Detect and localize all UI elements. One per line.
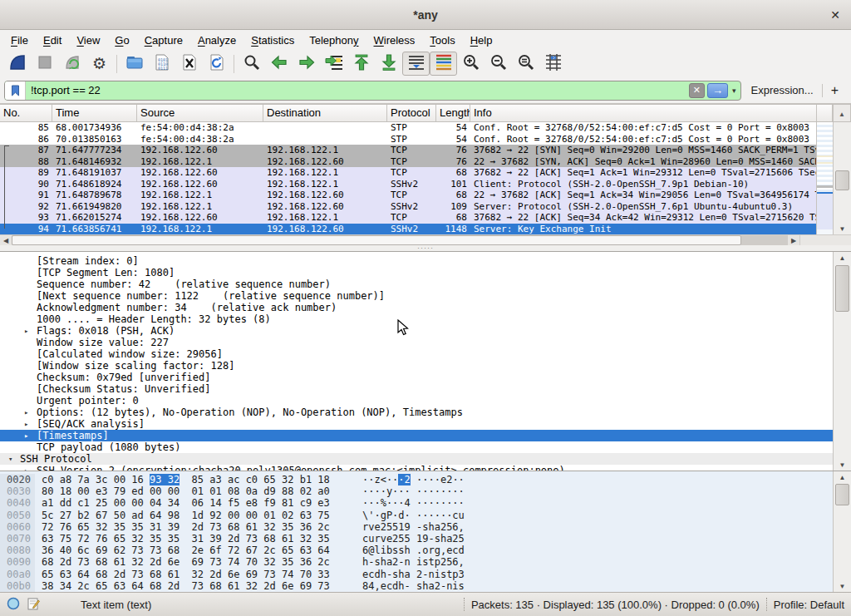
menu-file[interactable]: File	[3, 32, 36, 49]
packet-row-92[interactable]: 9271.661949820192.168.122.1192.168.122.6…	[0, 201, 816, 213]
packet-list-scrollbar[interactable]: ▼	[833, 122, 851, 234]
menu-edit[interactable]: Edit	[36, 32, 69, 49]
packet-row-91[interactable]: 9171.648789678192.168.122.1192.168.122.6…	[0, 190, 816, 201]
expander-icon[interactable]: ▸	[24, 325, 28, 337]
stop-capture-button[interactable]	[31, 52, 58, 76]
expert-info-button[interactable]	[7, 597, 20, 613]
detail-sequence-number[interactable]: Sequence number: 42 (relative sequence n…	[0, 278, 833, 290]
hex-row[interactable]: 008036 40 6c 69 62 73 73 68 2e 6f 72 67 …	[0, 545, 833, 556]
capture-comment-button[interactable]	[27, 597, 40, 613]
menu-view[interactable]: View	[69, 32, 107, 49]
close-window-button[interactable]: ✕	[830, 7, 840, 22]
scrollbar-down-arrow-icon[interactable]: ▼	[834, 580, 851, 592]
packet-row-90[interactable]: 9071.648618924192.168.122.60192.168.122.…	[0, 179, 816, 190]
resize-columns-button[interactable]	[539, 52, 567, 76]
packet-row-87[interactable]: 8771.647777234192.168.122.60192.168.122.…	[0, 145, 816, 156]
next-packet-button[interactable]	[293, 52, 320, 76]
scrollbar-thumb[interactable]	[835, 265, 849, 312]
detail-segment-len[interactable]: [TCP Segment Len: 1080]	[0, 267, 833, 278]
column-header-time[interactable]: Time	[52, 105, 137, 121]
menu-help[interactable]: Help	[463, 32, 500, 49]
column-header-info[interactable]: Info	[470, 105, 816, 121]
detail-checksum[interactable]: Checksum: 0x79ed [unverified]	[0, 372, 833, 383]
start-capture-button[interactable]	[3, 52, 31, 76]
packet-list-hscrollbar[interactable]: ◀ ▶	[0, 234, 851, 245]
hex-row[interactable]: 003080 18 00 e3 79 ed 00 00 01 01 08 0a …	[0, 485, 833, 497]
save-file-button[interactable]: 010101100111	[148, 52, 175, 76]
menu-statistics[interactable]: Statistics	[243, 32, 302, 49]
add-filter-button[interactable]: +	[823, 83, 847, 98]
details-scrollbar[interactable]: ▲ ▼	[833, 252, 851, 471]
detail-calculated-window[interactable]: [Calculated window size: 29056]	[0, 348, 833, 360]
restart-capture-button[interactable]	[58, 52, 86, 76]
hscroll-track[interactable]	[12, 235, 788, 245]
filter-bookmark-button[interactable]	[5, 81, 26, 100]
close-file-button[interactable]	[175, 52, 203, 76]
expander-icon[interactable]: ▸	[24, 418, 28, 430]
column-header-no[interactable]: No.	[0, 105, 52, 121]
menu-go[interactable]: Go	[107, 32, 136, 49]
hex-scrollbar[interactable]: ▲ ▼	[833, 471, 851, 592]
hex-dump[interactable]: 0020c0 a8 7a 3c 00 16 93 32 85 a3 ac c0 …	[0, 471, 833, 592]
detail-timestamps-selected[interactable]: ▸[Timestamps]	[0, 430, 833, 441]
profile-selector[interactable]: Profile: Default	[774, 599, 844, 611]
filter-apply-button[interactable]: →	[707, 83, 728, 98]
first-packet-button[interactable]	[347, 52, 375, 76]
detail-checksum-status[interactable]: [Checksum Status: Unverified]	[0, 383, 833, 395]
title-bar[interactable]: *any ✕	[0, 0, 851, 30]
hex-row[interactable]: 00b038 34 2c 65 63 64 68 2d 73 68 61 32 …	[0, 580, 833, 592]
hex-row[interactable]: 0020c0 a8 7a 3c 00 16 93 32 85 a3 ac c0 …	[0, 474, 833, 485]
detail-window-scaling[interactable]: [Window size scaling factor: 128]	[0, 360, 833, 372]
packet-row-88[interactable]: 8871.648146932192.168.122.1192.168.122.6…	[0, 156, 816, 168]
detail-options[interactable]: ▸Options: (12 bytes), No-Operation (NOP)…	[0, 407, 833, 418]
hex-row[interactable]: 00505c 27 b2 67 50 ad 64 98 1d 92 00 00 …	[0, 510, 833, 521]
auto-scroll-button[interactable]	[402, 52, 430, 76]
column-header-protocol[interactable]: Protocol	[387, 105, 436, 121]
detail-next-sequence[interactable]: [Next sequence number: 1122 (relative se…	[0, 290, 833, 302]
detail-header-length[interactable]: 1000 .... = Header Length: 32 bytes (8)	[0, 313, 833, 325]
scrollbar-up-arrow-icon[interactable]: ▲	[834, 471, 851, 483]
scrollbar-down-arrow-icon[interactable]: ▼	[834, 459, 851, 471]
scrollbar-down-arrow-icon[interactable]: ▼	[834, 223, 851, 234]
reload-file-button[interactable]	[203, 52, 230, 76]
find-packet-button[interactable]	[238, 52, 265, 76]
scrollbar-thumb[interactable]	[835, 484, 849, 505]
expander-icon[interactable]: ▾	[8, 453, 12, 465]
detail-tcp-payload[interactable]: TCP payload (1080 bytes)	[0, 441, 833, 453]
last-packet-button[interactable]	[375, 52, 402, 76]
column-header-destination[interactable]: Destination	[263, 105, 387, 121]
capture-options-button[interactable]: ⚙	[86, 52, 113, 76]
detail-ssh-protocol[interactable]: ▾SSH Protocol	[0, 453, 833, 465]
detail-ssh-version[interactable]: ▸SSH Version 2 (encryption:chacha20-poly…	[0, 465, 833, 471]
detail-stream-index[interactable]: [Stream index: 0]	[0, 255, 833, 267]
packet-row-85[interactable]: 8568.001734936fe:54:00:d4:38:2aSTP54Conf…	[0, 122, 816, 134]
zoom-out-button[interactable]	[485, 52, 512, 76]
menu-analyze[interactable]: Analyze	[190, 32, 243, 49]
scroll-left-arrow-icon[interactable]: ◀	[0, 235, 12, 245]
menu-capture[interactable]: Capture	[137, 32, 190, 49]
detail-window-size[interactable]: Window size value: 227	[0, 337, 833, 348]
expander-icon[interactable]: ▸	[24, 407, 28, 418]
hscroll-thumb[interactable]	[12, 235, 741, 245]
scrollbar-up-arrow-icon[interactable]: ▲	[833, 105, 851, 121]
packet-row-94-selected[interactable]: 9471.663856741192.168.122.1192.168.122.6…	[0, 224, 816, 235]
menu-wireless[interactable]: Wireless	[366, 32, 423, 49]
zoom-in-button[interactable]	[457, 52, 485, 76]
open-file-button[interactable]	[121, 52, 148, 76]
expander-icon[interactable]: ▸	[24, 430, 28, 441]
detail-flags[interactable]: ▸Flags: 0x018 (PSH, ACK)	[0, 325, 833, 337]
colorize-button[interactable]	[430, 52, 457, 76]
hex-row[interactable]: 007063 75 72 76 65 32 35 35 31 39 2d 73 …	[0, 533, 833, 545]
previous-packet-button[interactable]	[265, 52, 293, 76]
packet-row-89[interactable]: 8971.648191037192.168.122.60192.168.122.…	[0, 167, 816, 179]
hex-row[interactable]: 006072 76 65 32 35 35 31 39 2d 73 68 61 …	[0, 521, 833, 533]
expander-icon[interactable]: ▸	[24, 465, 28, 471]
hex-row[interactable]: 0040a1 dd c1 25 00 00 04 34 06 14 f5 e8 …	[0, 497, 833, 509]
intelligent-scrollbar-minimap[interactable]	[816, 122, 833, 234]
zoom-reset-button[interactable]	[512, 52, 539, 76]
hex-row[interactable]: 00a065 63 64 68 2d 73 68 61 32 2d 6e 69 …	[0, 569, 833, 580]
menu-tools[interactable]: Tools	[422, 32, 462, 49]
packet-row-93[interactable]: 9371.662015274192.168.122.60192.168.122.…	[0, 212, 816, 224]
hex-row[interactable]: 009068 2d 73 68 61 32 2d 6e 69 73 74 70 …	[0, 556, 833, 568]
expression-button[interactable]: Expression...	[741, 84, 822, 96]
